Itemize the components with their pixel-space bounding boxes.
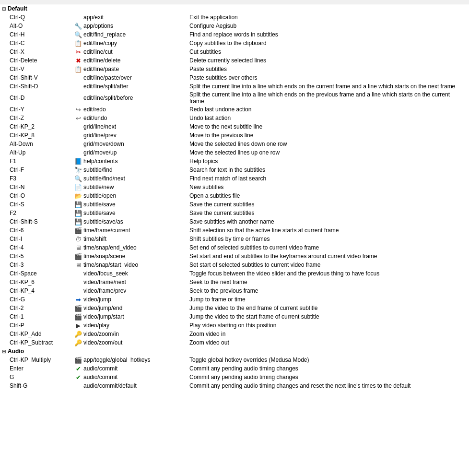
table-row[interactable]: Ctrl-Dedit/line/split/beforeSplit the cu…: [0, 91, 469, 105]
description-cell: Commit any pending audio timing changes: [188, 373, 467, 381]
icon-ck: ✔: [74, 365, 82, 372]
table-row[interactable]: Ctrl-KP_2grid/line/nextMove to the next …: [0, 122, 469, 131]
command-cell: grid/move/up: [72, 148, 188, 157]
description-cell: Shift subtitles by time or frames: [188, 235, 467, 243]
hotkey-cell: Ctrl-Shift-V: [8, 74, 72, 82]
icon-zo: 🔑: [74, 339, 82, 346]
icon-empty: [74, 140, 82, 148]
description-cell: Open a subtitles file: [188, 192, 467, 200]
table-row[interactable]: Ctrl-O📂subtitle/openOpen a subtitles fil…: [0, 191, 469, 200]
description-cell: Split the current line into a line which…: [188, 83, 467, 90]
command-text: video/zoom/in: [83, 331, 119, 337]
command-cell: 🖥time/snap/end_video: [72, 243, 188, 252]
description-cell: Paste subtitles: [188, 65, 467, 73]
table-row[interactable]: Alt-O🔧app/optionsConfigure Aegisub: [0, 22, 469, 30]
table-row[interactable]: Ctrl-Delete✖edit/line/deleteDelete curre…: [0, 56, 469, 65]
hotkey-cell: Ctrl-O: [8, 192, 72, 200]
command-cell: 🎬video/jump/start: [72, 312, 188, 321]
command-text: edit/line/paste/over: [83, 74, 132, 81]
table-row[interactable]: F1📘help/contentsHelp topics: [0, 157, 469, 166]
group-row-default[interactable]: ⊟Default: [0, 4, 469, 13]
hotkey-cell: Ctrl-KP_4: [8, 287, 72, 295]
hotkey-cell: Ctrl-F: [8, 166, 72, 174]
description-cell: Configure Aegisub: [188, 22, 467, 30]
icon-hlp: 📘: [74, 157, 82, 165]
table-row[interactable]: Ctrl-3🖥time/snap/start_videoSet start of…: [0, 261, 469, 269]
command-text: subtitle/new: [83, 184, 114, 190]
table-row[interactable]: Ctrl-KP_Add🔑video/zoom/inZoom video in: [0, 330, 469, 338]
table-row[interactable]: Ctrl-Qapp/exitExit the application: [0, 13, 469, 22]
table-row[interactable]: Ctrl-N📄subtitle/newNew subtitles: [0, 183, 469, 191]
command-text: edit/find_replace: [83, 31, 126, 38]
command-text: time/snap/start_video: [83, 262, 138, 268]
description-cell: Undo last action: [188, 114, 467, 122]
table-row[interactable]: Alt-Downgrid/move/downMove the selected …: [0, 140, 469, 148]
icon-redo: ↪: [74, 106, 82, 113]
description-cell: Move to the previous line: [188, 131, 467, 139]
table-row[interactable]: Ctrl-P▶video/playPlay video starting on …: [0, 321, 469, 330]
table-row[interactable]: Ctrl-Shift-Dedit/line/split/afterSplit t…: [0, 82, 469, 91]
table-row[interactable]: Enter✔audio/commitCommit any pending aud…: [0, 364, 469, 373]
icon-sav: 💾: [74, 209, 82, 217]
hotkey-cell: Alt-Down: [8, 140, 72, 148]
hotkey-cell: Ctrl-KP_Multiply: [8, 356, 72, 364]
group-row-audio[interactable]: ⊟Audio: [0, 347, 469, 356]
table-row[interactable]: Ctrl-Shift-S💾subtitle/save/asSave subtit…: [0, 217, 469, 226]
description-cell: Zoom video in: [188, 330, 467, 338]
icon-cut: ✂: [74, 48, 82, 56]
table-row[interactable]: Ctrl-KP_6video/frame/nextSeek to the nex…: [0, 278, 469, 286]
command-cell: 🔍subtitle/find/next: [72, 174, 188, 183]
hotkey-cell: Ctrl-Space: [8, 270, 72, 277]
command-cell: ✖edit/line/delete: [72, 56, 188, 65]
table-row[interactable]: Ctrl-Y↪edit/redoRedo last undone action: [0, 105, 469, 114]
table-row[interactable]: F3🔍subtitle/find/nextFind next match of …: [0, 174, 469, 183]
icon-empty: [74, 278, 82, 286]
table-row[interactable]: Ctrl-Shift-Vedit/line/paste/overPaste su…: [0, 73, 469, 82]
table-row[interactable]: Ctrl-X✂edit/line/cutCut subtitles: [0, 48, 469, 56]
table-row[interactable]: Ctrl-Z↩edit/undoUndo last action: [0, 114, 469, 122]
icon-ghi: 🎬: [74, 356, 82, 364]
table-row[interactable]: Ctrl-F🔭subtitle/findSearch for text in t…: [0, 166, 469, 174]
hotkey-cell: Enter: [8, 365, 72, 372]
command-text: video/jump/end: [83, 305, 122, 311]
table-row[interactable]: Alt-Upgrid/move/upMove the selected line…: [0, 148, 469, 157]
description-cell: Shift selection so that the active line …: [188, 226, 467, 234]
command-text: subtitle/save/as: [83, 218, 123, 225]
table-row[interactable]: Ctrl-6🎬time/frame/currentShift selection…: [0, 226, 469, 235]
table-row[interactable]: Ctrl-G➡video/jumpJump to frame or time: [0, 295, 469, 304]
table-row[interactable]: Ctrl-Spacevideo/focus_seekToggle focus b…: [0, 269, 469, 278]
icon-zi: 🔑: [74, 330, 82, 338]
table-row[interactable]: Ctrl-KP_Subtract🔑video/zoom/outZoom vide…: [0, 338, 469, 347]
command-text: grid/line/prev: [83, 132, 117, 139]
icon-del: ✖: [74, 57, 82, 64]
table-row[interactable]: F2💾subtitle/saveSave the current subtitl…: [0, 209, 469, 217]
table-row[interactable]: Ctrl-C📋edit/line/copyCopy subtitles to t…: [0, 39, 469, 48]
table-row[interactable]: Ctrl-V📋edit/line/pastePaste subtitles: [0, 65, 469, 73]
command-cell: 🔑video/zoom/in: [72, 330, 188, 338]
icon-empty: [74, 74, 82, 82]
description-cell: New subtitles: [188, 183, 467, 191]
icon-empty: [74, 149, 82, 156]
table-row[interactable]: Ctrl-I⏱time/shiftShift subtitles by time…: [0, 235, 469, 243]
table-row[interactable]: Ctrl-2🎬video/jump/endJump the video to t…: [0, 304, 469, 312]
table-row[interactable]: Ctrl-1🎬video/jump/startJump the video to…: [0, 312, 469, 321]
table-row[interactable]: Ctrl-KP_8grid/line/prevMove to the previ…: [0, 131, 469, 140]
description-cell: Redo last undone action: [188, 106, 467, 113]
command-cell: 🔧app/options: [72, 22, 188, 30]
command-cell: grid/line/prev: [72, 131, 188, 140]
table-row[interactable]: Ctrl-KP_4video/frame/prevSeek to the pre…: [0, 286, 469, 295]
table-row[interactable]: Ctrl-5🎬time/snap/sceneSet start and end …: [0, 252, 469, 261]
command-cell: ⏱time/shift: [72, 235, 188, 243]
hotkey-cell: Ctrl-C: [8, 39, 72, 47]
table-row[interactable]: G✔audio/commitCommit any pending audio t…: [0, 373, 469, 381]
hotkey-cell: Alt-Up: [8, 149, 72, 156]
table-row[interactable]: Ctrl-H🔍edit/find_replaceFind and replace…: [0, 30, 469, 39]
table-row[interactable]: Ctrl-KP_Multiply🎬app/toggle/global_hotke…: [0, 356, 469, 364]
table-row[interactable]: Ctrl-4🖥time/snap/end_videoSet end of sel…: [0, 243, 469, 252]
description-cell: Save the current subtitles: [188, 209, 467, 217]
collapse-icon: ⊟: [2, 6, 6, 12]
description-cell: Find next match of last search: [188, 175, 467, 182]
table-row[interactable]: Ctrl-S💾subtitle/saveSave the current sub…: [0, 200, 469, 209]
table-row[interactable]: Shift-Gaudio/commit/defaultCommit any pe…: [0, 381, 469, 390]
icon-js: 🎬: [74, 313, 82, 321]
